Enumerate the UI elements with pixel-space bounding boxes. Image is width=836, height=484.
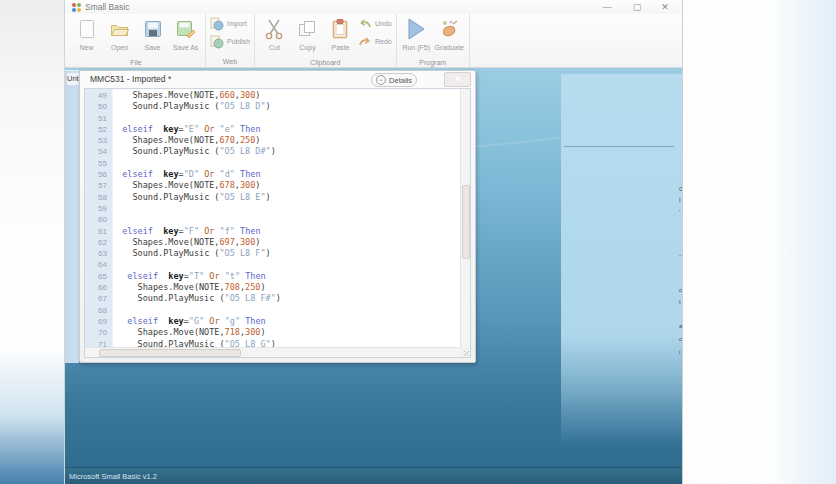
resize-grip[interactable] (461, 348, 470, 357)
code-text: Shapes.Move(NOTE,708,250) (112, 282, 266, 292)
save-button[interactable]: Save (136, 14, 169, 58)
code-editor-content[interactable]: 49 Shapes.Move(NOTE,660,300)50 Sound.Pla… (84, 88, 471, 358)
token-str: "d" (220, 169, 235, 179)
code-line[interactable]: 61 elseif key="F" Or "f" Then (85, 226, 461, 237)
save-icon (142, 17, 164, 41)
import-button[interactable]: Import (210, 16, 250, 31)
ribbon-button-label: Save (145, 44, 161, 51)
paste-button[interactable]: Paste (324, 14, 357, 58)
open-button[interactable]: Open (103, 14, 136, 58)
token-num: 300 (245, 327, 260, 337)
code-line[interactable]: 58 Sound.PlayMusic ("O5 L8 E") (85, 192, 461, 203)
close-button[interactable]: ✕ (657, 2, 673, 13)
code-line[interactable]: 50 Sound.PlayMusic ("O5 L8 D") (85, 101, 461, 112)
ribbon-group-label: Program (400, 58, 466, 67)
code-line[interactable]: 51 (85, 113, 461, 124)
code-line[interactable]: 63 Sound.PlayMusic ("O5 L8 F") (85, 248, 461, 259)
graduate-button[interactable]: Graduate (433, 14, 466, 58)
undo-button[interactable]: Undo (358, 16, 392, 31)
vertical-scrollbar[interactable] (460, 89, 470, 348)
token-sp (112, 101, 132, 111)
code-line[interactable]: 54 Sound.PlayMusic ("O5 L8 D#") (85, 146, 461, 157)
code-text: elseif key="G" Or "g" Then (112, 316, 266, 326)
publish-button[interactable]: Publish (210, 34, 250, 49)
details-button[interactable]: ⌄ Details (371, 73, 417, 87)
token-sp (153, 124, 163, 134)
token-idb: key (163, 169, 178, 179)
line-number: 66 (85, 282, 112, 293)
save-as-button[interactable]: Save As (169, 14, 202, 58)
code-line[interactable]: 52 elseif key="E" Or "e" Then (85, 124, 461, 135)
redo-button[interactable]: Redo (358, 34, 392, 49)
token-id: Sound.PlayMusic ( (138, 293, 225, 303)
save-as-icon (175, 17, 197, 41)
background-panel (561, 74, 682, 446)
token-str: "O5 L8 D" (219, 101, 265, 111)
ribbon-button-label: Run (F5) (402, 44, 430, 51)
code-line[interactable]: 69 elseif key="G" Or "g" Then (85, 316, 461, 327)
token-op: Or (204, 169, 214, 179)
code-line[interactable]: 49 Shapes.Move(NOTE,660,300) (85, 90, 461, 101)
ribbon-button-label: New (79, 44, 93, 51)
background-editor-window[interactable]: Untit (65, 70, 79, 363)
line-number: 58 (85, 192, 112, 203)
code-line[interactable]: 55 (85, 158, 461, 169)
token-sp (112, 135, 132, 145)
token-str: "f" (220, 226, 235, 236)
ribbon-button-label: Copy (299, 44, 315, 51)
paste-icon (329, 17, 351, 41)
vertical-scrollbar-thumb[interactable] (462, 185, 470, 259)
token-id: ) (266, 192, 271, 202)
new-button[interactable]: New (70, 14, 103, 58)
code-line[interactable]: 59 (85, 203, 461, 214)
code-line[interactable]: 67 Sound.PlayMusic ("O5 L8 F#") (85, 293, 461, 304)
token-kw: Then (240, 169, 260, 179)
graduate-icon (438, 17, 460, 41)
desktop-background-left (0, 0, 64, 484)
run-f5--button[interactable]: Run (F5) (400, 14, 433, 58)
code-line[interactable]: 66 Shapes.Move(NOTE,708,250) (85, 282, 461, 293)
token-num: 300 (240, 180, 255, 190)
editor-title-bar[interactable]: MMC531 - Imported * ⌄ Details ✕ (80, 71, 475, 88)
code-line[interactable]: 65 elseif key="T" Or "t" Then (85, 271, 461, 282)
code-text: elseif key="E" Or "e" Then (112, 124, 261, 134)
token-idb: key (163, 124, 178, 134)
line-number: 57 (85, 180, 112, 191)
ribbon-group-label: File (70, 58, 202, 67)
horizontal-scrollbar-thumb[interactable] (99, 349, 241, 357)
token-sp (153, 226, 163, 236)
code-line[interactable]: 64 (85, 259, 461, 270)
code-line[interactable]: 57 Shapes.Move(NOTE,678,300) (85, 180, 461, 191)
token-idb: key (163, 226, 178, 236)
token-kw: elseif (122, 226, 153, 236)
line-number: 62 (85, 237, 112, 248)
token-id: Shapes.Move(NOTE, (138, 282, 225, 292)
token-id: Shapes.Move(NOTE, (138, 327, 225, 337)
copy-button[interactable]: Copy (291, 14, 324, 58)
cut-button[interactable]: Cut (258, 14, 291, 58)
token-sp (112, 271, 127, 281)
code-line[interactable]: 56 elseif key="D" Or "d" Then (85, 169, 461, 180)
token-str: "g" (225, 316, 240, 326)
token-id: ) (266, 101, 271, 111)
token-sp (112, 180, 132, 190)
line-number: 54 (85, 146, 112, 157)
token-num: 678 (219, 180, 234, 190)
code-line[interactable]: 70 Shapes.Move(NOTE,718,300) (85, 327, 461, 338)
code-line[interactable]: 62 Shapes.Move(NOTE,697,300) (85, 237, 461, 248)
line-number: 65 (85, 271, 112, 282)
editor-close-button[interactable]: ✕ (444, 72, 471, 87)
title-bar[interactable]: Small Basic — ▢ ✕ (65, 0, 682, 14)
maximize-button[interactable]: ▢ (629, 2, 645, 13)
token-op: Or (204, 124, 214, 134)
minimize-button[interactable]: — (599, 2, 615, 13)
line-number: 52 (85, 124, 112, 135)
code-line[interactable]: 68 (85, 305, 461, 316)
token-str: "O5 L8 E" (219, 192, 265, 202)
ribbon-button-label: Redo (375, 38, 392, 45)
code-line[interactable]: 53 Shapes.Move(NOTE,670,250) (85, 135, 461, 146)
code-area[interactable]: 49 Shapes.Move(NOTE,660,300)50 Sound.Pla… (85, 90, 461, 348)
text-fragment: C (679, 186, 682, 192)
horizontal-scrollbar[interactable] (85, 347, 461, 357)
code-line[interactable]: 60 (85, 214, 461, 225)
